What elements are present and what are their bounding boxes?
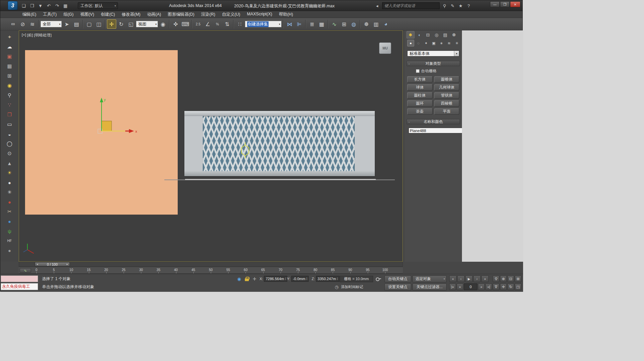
play-button[interactable]: ▶	[465, 275, 473, 282]
objtype-pyramid[interactable]: 四棱锥	[434, 100, 460, 107]
rendered-frame-icon[interactable]: ▥	[371, 19, 381, 29]
script-grass-icon[interactable]: ψ	[5, 227, 14, 235]
script-scatter-icon[interactable]: ✳	[5, 188, 14, 196]
current-frame-field[interactable]	[464, 283, 477, 290]
mini-curve-editor-button[interactable]: ∿	[20, 268, 31, 273]
viewport-menu-general[interactable]: [+]	[22, 33, 26, 38]
menu-create[interactable]: 创建(C)	[98, 11, 118, 18]
infocenter-back-icon[interactable]: ◂	[374, 2, 380, 9]
object-type-rollout[interactable]: - 对象类型	[407, 61, 460, 66]
save-file-icon[interactable]: ▼	[37, 2, 44, 9]
app-logo-icon[interactable]: 3	[8, 1, 18, 10]
set-key-button[interactable]: 设置关键点	[384, 283, 411, 290]
project-folder-icon[interactable]: ▦	[62, 2, 69, 9]
script-hf-icon[interactable]: HF	[5, 237, 14, 245]
script-lamp-icon[interactable]: ⚲	[5, 91, 14, 99]
render-production-icon[interactable]: ◕	[381, 19, 390, 29]
script-tube-icon[interactable]: ⊙	[5, 149, 14, 157]
close-button[interactable]: ✕	[510, 1, 520, 7]
open-file-icon[interactable]: ❒	[29, 2, 35, 9]
category-systems-icon[interactable]: ✳	[453, 40, 460, 46]
menu-views[interactable]: 视图(V)	[77, 11, 98, 18]
render-setup-icon[interactable]: ☸	[362, 19, 371, 29]
y-coordinate-field[interactable]: -0.0mm ▲▼	[291, 276, 309, 282]
workspace-dropdown[interactable]: 工作区: 默认 ▾	[78, 2, 118, 9]
script-bulb-icon[interactable]: ◉	[5, 82, 14, 90]
zoom-all-icon[interactable]: ⊕	[500, 275, 507, 282]
schematic-view-icon[interactable]: ⊞	[339, 19, 349, 29]
snap-toggle-icon[interactable]: 2.5	[193, 19, 203, 29]
select-scale-icon[interactable]: ◱	[126, 19, 136, 29]
script-sun-icon[interactable]: ☀	[5, 169, 14, 177]
select-rotate-icon[interactable]: ↻	[117, 19, 126, 29]
category-shapes-icon[interactable]: ◌	[415, 40, 422, 46]
maxscript-mini-listener-macro[interactable]	[1, 275, 38, 282]
orbit-icon[interactable]: ↻	[507, 283, 514, 290]
category-spacewarps-icon[interactable]: ≋	[446, 40, 453, 46]
orange-plane-object[interactable]	[25, 50, 178, 215]
help-icon[interactable]: ?	[465, 2, 472, 9]
maxscript-mini-listener[interactable]: 永久免疫病毒工	[1, 283, 38, 290]
field-of-view-icon[interactable]: ∇	[493, 283, 499, 290]
script-sphere-icon[interactable]: ●	[5, 178, 14, 187]
window-crossing-icon[interactable]: ◫	[94, 19, 104, 29]
menu-help[interactable]: 帮助(H)	[276, 11, 296, 18]
redo-icon[interactable]: ↷	[54, 2, 60, 9]
objtype-cone[interactable]: 圆锥体	[434, 76, 460, 83]
select-object-icon[interactable]: ➤	[62, 19, 71, 29]
script-axe-icon[interactable]: ✂	[5, 208, 14, 216]
isolate-selection-icon[interactable]: ◉	[236, 276, 242, 282]
script-projector-icon[interactable]: ∵	[5, 101, 14, 109]
percent-snap-icon[interactable]: %	[213, 19, 222, 29]
undo-icon[interactable]: ↶	[45, 2, 52, 9]
script-redball-icon[interactable]: ●	[5, 198, 14, 206]
next-key-button[interactable]: ›	[473, 275, 481, 282]
menu-modifiers[interactable]: 修改器(M)	[118, 11, 144, 18]
favorites-icon[interactable]: ★	[457, 2, 464, 9]
graphite-ribbon-icon[interactable]: ▦	[317, 19, 326, 29]
tab-modify[interactable]: ◖	[415, 31, 423, 38]
menu-graph-editors[interactable]: 图形编辑器(D)	[164, 11, 198, 18]
object-class-dropdown[interactable]: 标准基本体 ▾	[407, 50, 459, 56]
mesh-panel-object[interactable]	[184, 111, 375, 176]
tab-create[interactable]: ✱	[407, 31, 415, 38]
x-spinner[interactable]: ▲▼	[285, 277, 286, 280]
objtype-geosphere[interactable]: 几何球体	[434, 84, 460, 91]
tab-display[interactable]: ▤	[441, 31, 449, 38]
angle-snap-icon[interactable]: ∠	[203, 19, 212, 29]
first-frame-button[interactable]: |«	[449, 283, 456, 290]
autogrid-checkbox[interactable]	[416, 69, 420, 73]
script-boxes-icon[interactable]: ❒	[5, 111, 14, 119]
go-to-end-button[interactable]: »	[481, 275, 489, 282]
select-manipulate-icon[interactable]: ✜	[171, 19, 180, 29]
menu-animation[interactable]: 动画(A)	[144, 11, 164, 18]
maximize-button[interactable]: ❐	[500, 1, 510, 7]
tab-utilities[interactable]: ☸	[450, 31, 458, 38]
objtype-box[interactable]: 长方体	[407, 76, 433, 83]
name-color-rollout[interactable]: - 名称和颜色	[407, 119, 460, 124]
select-move-icon[interactable]: ✛	[107, 19, 116, 29]
zoom-icon[interactable]: ⚲	[493, 275, 499, 282]
objtype-torus[interactable]: 圆环	[407, 100, 433, 107]
viewport-menu-shading[interactable]: [明暗处理]	[34, 33, 51, 38]
script-ring-icon[interactable]: ◯	[5, 140, 14, 148]
selection-lock-icon[interactable]	[244, 276, 250, 282]
script-cloud-icon[interactable]: ☁	[5, 43, 14, 51]
manage-layers-icon[interactable]: ≣	[307, 19, 317, 29]
auto-key-button[interactable]: 自动关键点	[384, 275, 411, 282]
maximize-viewport-icon[interactable]: ◳	[515, 283, 521, 290]
objtype-plane[interactable]: 平面	[434, 108, 460, 115]
category-cameras-icon[interactable]: ▣	[430, 40, 437, 46]
script-plane-icon[interactable]: ▭	[5, 120, 14, 128]
menu-group[interactable]: 组(G)	[60, 11, 77, 18]
menu-rendering[interactable]: 渲染(R)	[198, 11, 218, 18]
zoom-extents-icon[interactable]: ⊡	[507, 275, 514, 282]
menu-customize[interactable]: 自定义(U)	[218, 11, 244, 18]
rectangular-region-icon[interactable]: ▢	[85, 19, 94, 29]
x-coordinate-field[interactable]: 7286.564m ▲▼	[264, 276, 287, 282]
previous-frame-button[interactable]: «	[457, 283, 463, 290]
track-bar[interactable]: ∿ 05101520253035404550556065707580859095…	[19, 267, 403, 274]
category-helpers-icon[interactable]: ∗	[438, 40, 445, 46]
menu-tools[interactable]: 工具(T)	[40, 11, 60, 18]
select-and-link-icon[interactable]: ∞	[8, 19, 18, 29]
